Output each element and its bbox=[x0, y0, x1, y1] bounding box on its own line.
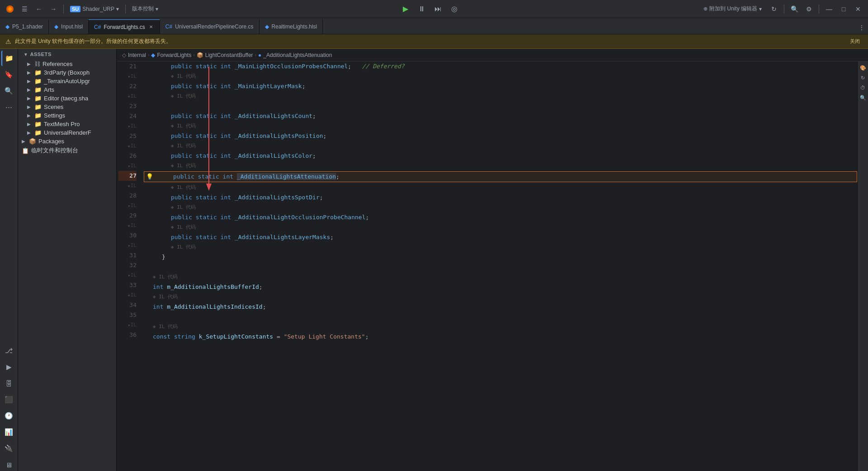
sidebar-item-editor[interactable]: ▶ 📁 Editor (taecg.sha bbox=[18, 94, 116, 103]
attach-unity-btn[interactable]: ⊕ 附加到 Unity 编辑器 ▾ bbox=[699, 4, 766, 14]
code-line-22: public static int _MainLightLayerMask; bbox=[144, 81, 857, 91]
toolbar-separator-4 bbox=[819, 5, 819, 14]
packages-label: Packages bbox=[38, 138, 64, 145]
attach-icon: ⊕ bbox=[703, 6, 708, 12]
profile-button[interactable]: ◎ bbox=[448, 3, 461, 15]
minimize-button[interactable]: — bbox=[823, 3, 835, 15]
sidebar-item-textmesh[interactable]: ▶ 📁 TextMesh Pro bbox=[18, 120, 116, 128]
activity-search[interactable]: 🔍 bbox=[1, 83, 17, 99]
settings-chevron: ▶ bbox=[27, 113, 33, 118]
tab-label-p5: P5_1.shader bbox=[12, 24, 43, 30]
breadcrumb-forwardlights[interactable]: ForwardLights bbox=[157, 52, 191, 58]
sidebar-item-references[interactable]: ▶ ⛓ References bbox=[18, 60, 116, 68]
code-line-24: public static int _AdditionalLightsCount… bbox=[144, 111, 857, 121]
right-icon-refresh[interactable]: ↻ bbox=[859, 73, 868, 82]
tab-realtimehlsl[interactable]: ◆ RealtimeLights.hlsl bbox=[259, 19, 323, 34]
code-line-33: int m_AdditionalLightsBufferId; bbox=[144, 282, 857, 292]
settings-icon: 📁 bbox=[34, 112, 42, 119]
sidebar-item-terrain[interactable]: ▶ 📁 _TerrainAutoUpgr bbox=[18, 77, 116, 85]
activity-terminal[interactable]: ⬛ bbox=[1, 392, 17, 407]
code-line-32 bbox=[144, 262, 857, 272]
activity-git[interactable]: ⎇ bbox=[1, 343, 17, 358]
packages-icon: 📦 bbox=[29, 138, 36, 145]
pause-button[interactable]: ⏸ bbox=[415, 3, 428, 15]
toolbar-separator-2 bbox=[125, 5, 126, 14]
maximize-button[interactable]: □ bbox=[837, 3, 850, 15]
toolbar-right: ⊕ 附加到 Unity 编辑器 ▾ ↻ 🔍 ⚙ — □ ✕ bbox=[699, 3, 864, 15]
code-line-28: public static int _AdditionalLightsSpotD… bbox=[144, 193, 857, 203]
toolbar-separator-1 bbox=[63, 5, 64, 14]
tab-more-btn[interactable]: ⋮ bbox=[855, 21, 868, 34]
tab-input-hlsl[interactable]: ◆ Input.hlsl bbox=[49, 19, 89, 34]
version-control-btn[interactable]: 版本控制 ▾ bbox=[129, 4, 161, 14]
il-hint-28: ❖ IL 代码 bbox=[144, 203, 857, 212]
terrain-chevron: ▶ bbox=[27, 79, 33, 84]
step-button[interactable]: ⏭ bbox=[432, 3, 444, 15]
sidebar-item-packages[interactable]: ▶ 📦 Packages bbox=[18, 137, 116, 146]
references-label: References bbox=[42, 61, 72, 67]
tab-p5shader[interactable]: ◆ P5_1.shader bbox=[0, 19, 49, 34]
sidebar-item-scenes[interactable]: ▶ 📁 Scenes bbox=[18, 103, 116, 111]
activity-explorer[interactable]: 📁 bbox=[1, 51, 17, 66]
code-line-26: public static int _AdditionalLightsColor… bbox=[144, 151, 857, 161]
refresh-icon[interactable]: ↻ bbox=[768, 3, 780, 15]
close-button[interactable]: ✕ bbox=[852, 3, 864, 15]
activity-plug[interactable]: 🔌 bbox=[1, 441, 17, 456]
il-hint-22: ❖ IL 代码 bbox=[144, 91, 857, 101]
terrain-icon: 📁 bbox=[34, 78, 42, 85]
activity-chart[interactable]: 📊 bbox=[1, 424, 17, 440]
sidebar-item-arts[interactable]: ▶ 📁 Arts bbox=[18, 85, 116, 94]
tab-bar: ◆ P5_1.shader ◆ Input.hlsl C# ForwardLig… bbox=[0, 18, 868, 34]
activity-time[interactable]: 🕐 bbox=[1, 408, 17, 424]
right-panel: 🎨 ↻ ⏱ 🔍 AAA bbox=[857, 61, 868, 471]
breadcrumb-bar: ◇ Internal › ◆ ForwardLights › 📦 LightCo… bbox=[117, 49, 868, 61]
warning-text: 此文件是 Unity 软件包缓存的一部分。所做的任何更改都将丢失。 bbox=[15, 38, 171, 45]
activity-more[interactable]: ⋯ bbox=[1, 99, 17, 115]
toolbar-separator-3 bbox=[784, 5, 784, 14]
il-hint-30: ❖ IL 代码 bbox=[144, 242, 857, 252]
tab-close-forward[interactable]: ✕ bbox=[148, 24, 154, 30]
tab-urpcore[interactable]: C# UniversalRenderPipelineCore.cs bbox=[160, 19, 259, 34]
sidebar-item-settings[interactable]: ▶ 📁 Settings bbox=[18, 111, 116, 120]
activity-bookmarks[interactable]: 🔖 bbox=[1, 67, 17, 82]
search-icon[interactable]: 🔍 bbox=[788, 3, 801, 15]
references-chevron: ▶ bbox=[27, 61, 33, 66]
sidebar-item-urp[interactable]: ▶ 📁 UniversalRenderF bbox=[18, 128, 116, 137]
activity-run2[interactable]: ▶ bbox=[1, 359, 17, 375]
tab-icon-urp: C# bbox=[165, 24, 172, 30]
tab-label-input: Input.hlsl bbox=[61, 24, 83, 30]
urp-label: UniversalRenderF bbox=[44, 129, 91, 136]
warning-close-btn[interactable]: 关闭 bbox=[847, 37, 863, 46]
warning-banner: ⚠ 此文件是 Unity 软件包缓存的一部分。所做的任何更改都将丢失。 关闭 bbox=[0, 34, 868, 49]
activity-monitor[interactable]: 🖥 bbox=[1, 457, 17, 471]
breadcrumb-lightconstantbuffer[interactable]: LightConstantBuffer bbox=[205, 52, 253, 58]
sidebar-item-3rdparty[interactable]: ▶ 📁 3rdParty (Boxoph bbox=[18, 68, 116, 77]
app-icon[interactable] bbox=[4, 3, 16, 15]
code-line-25: public static int _AdditionalLightsPosit… bbox=[144, 131, 857, 141]
il-hint-32: ❖ IL 代码 bbox=[144, 272, 857, 282]
tab-icon-realtime: ◆ bbox=[265, 24, 269, 30]
right-icon-paint[interactable]: 🎨 bbox=[859, 63, 868, 72]
attach-label: 附加到 Unity 编辑器 bbox=[709, 5, 757, 13]
hamburger-menu[interactable]: ☰ bbox=[18, 3, 31, 15]
code-line-30: public static int _AdditionalLightsLayer… bbox=[144, 232, 857, 242]
right-icon-history[interactable]: ⏱ bbox=[859, 83, 868, 92]
svg-point-1 bbox=[8, 7, 12, 11]
run-button[interactable]: ▶ bbox=[399, 3, 412, 15]
breadcrumb-internal[interactable]: Internal bbox=[128, 52, 146, 58]
urp-chevron: ▶ bbox=[27, 130, 33, 135]
code-editor[interactable]: public static int _MainLightOcclusionPro… bbox=[140, 61, 857, 471]
sidebar-item-console[interactable]: 📋 临时文件和控制台 bbox=[18, 146, 116, 155]
activity-database[interactable]: 🗄 bbox=[1, 376, 17, 391]
back-button[interactable]: ← bbox=[33, 3, 45, 15]
editor-label: Editor (taecg.sha bbox=[44, 95, 88, 102]
breadcrumb-sep-1: › bbox=[148, 52, 149, 57]
breadcrumb-attenuation[interactable]: _AdditionalLightsAttenuation bbox=[263, 52, 332, 58]
profile-selector[interactable]: SU Shader_URP ▾ bbox=[67, 5, 122, 13]
right-icon-search2[interactable]: 🔍 bbox=[859, 93, 868, 102]
settings-icon[interactable]: ⚙ bbox=[802, 3, 815, 15]
tab-forwardlights[interactable]: C# ForwardLights.cs ✕ bbox=[89, 19, 160, 34]
code-line-34: int m_AdditionalLightsIndicesId; bbox=[144, 302, 857, 312]
forward-button[interactable]: → bbox=[47, 3, 60, 15]
line-numbers: 21 ⬥IL 22 ⬥IL 23 24 ⬥IL 25 ⬥IL 26 ⬥IL 27… bbox=[117, 61, 140, 471]
